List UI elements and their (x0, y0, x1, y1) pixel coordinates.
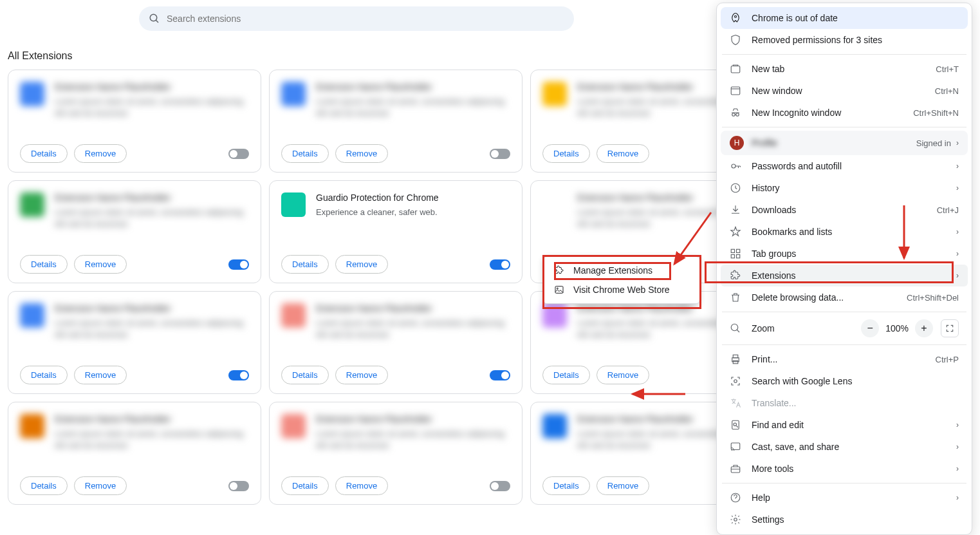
document-search-icon (730, 419, 741, 431)
remove-button[interactable]: Remove (335, 366, 388, 384)
menu-passwords[interactable]: Passwords and autofill › (721, 155, 968, 177)
menu-profile[interactable]: H Profile Signed in › (721, 131, 968, 155)
details-button[interactable]: Details (20, 255, 68, 274)
svg-point-17 (731, 324, 738, 331)
details-button[interactable]: Details (281, 476, 329, 495)
menu-lens[interactable]: Search with Google Lens (721, 370, 968, 392)
manage-extensions-item[interactable]: Manage Extensions (544, 261, 699, 280)
remove-button[interactable]: Remove (74, 144, 127, 163)
remove-button[interactable]: Remove (596, 366, 649, 384)
remove-button[interactable]: Remove (335, 255, 388, 274)
remove-button[interactable]: Remove (74, 476, 127, 495)
chevron-right-icon: › (956, 138, 959, 147)
chevron-right-icon: › (956, 420, 959, 429)
details-button[interactable]: Details (20, 144, 68, 163)
image-icon (554, 285, 564, 295)
enable-toggle[interactable] (490, 149, 510, 159)
menu-print[interactable]: Print... Ctrl+P (721, 348, 968, 370)
visit-web-store-item[interactable]: Visit Chrome Web Store (544, 280, 699, 299)
extension-title: Extension Name Placeholder (55, 303, 249, 314)
enable-toggle[interactable] (228, 259, 249, 270)
menu-delete-data[interactable]: Delete browsing data... Ctrl+Shift+Del (721, 286, 968, 308)
enable-toggle[interactable] (228, 149, 249, 159)
remove-button[interactable]: Remove (596, 476, 649, 495)
svg-point-24 (734, 423, 737, 426)
menu-label: Translate... (752, 398, 959, 408)
menu-new-window[interactable]: New window Ctrl+N (721, 80, 968, 102)
menu-shortcut: Ctrl+N (935, 86, 959, 96)
details-button[interactable]: Details (542, 144, 590, 163)
extension-title: Guardio Protection for Chrome (316, 192, 510, 203)
zoom-value: 100% (885, 323, 909, 333)
remove-button[interactable]: Remove (335, 476, 388, 495)
details-button[interactable]: Details (542, 366, 590, 384)
details-button[interactable]: Details (281, 366, 329, 384)
extension-description: Lorem ipsum dolor sit amet, consectetur … (55, 317, 249, 340)
remove-button[interactable]: Remove (74, 366, 127, 384)
remove-button[interactable]: Remove (596, 144, 649, 163)
menu-removed-permissions[interactable]: Removed permissions for 3 sites (721, 29, 968, 51)
zoom-label: Zoom (752, 323, 861, 333)
extension-description: Lorem ipsum dolor sit amet, consectetur … (55, 207, 249, 229)
menu-label: Bookmarks and lists (752, 227, 951, 237)
details-button[interactable]: Details (281, 255, 329, 274)
menu-bookmarks[interactable]: Bookmarks and lists › (721, 221, 968, 243)
menu-label: Help (752, 493, 951, 503)
search-input[interactable] (167, 14, 564, 24)
menu-label: Delete browsing data... (752, 292, 907, 303)
svg-rect-23 (732, 420, 739, 429)
enable-toggle[interactable] (228, 370, 249, 380)
menu-translate: Translate... (721, 392, 968, 414)
menu-extensions[interactable]: Extensions › (721, 265, 968, 286)
fullscreen-button[interactable] (941, 319, 959, 337)
menu-settings[interactable]: Settings (721, 509, 968, 530)
remove-button[interactable]: Remove (335, 144, 388, 163)
svg-rect-6 (731, 87, 740, 95)
menu-chrome-update[interactable]: Chrome is out of date (721, 7, 968, 29)
svg-rect-16 (737, 255, 740, 258)
extension-card: Extension Name PlaceholderLorem ipsum do… (8, 70, 261, 173)
enable-toggle[interactable] (490, 370, 510, 380)
details-button[interactable]: Details (281, 144, 329, 163)
extension-icon (281, 82, 306, 106)
menu-cast[interactable]: Cast, save, and share › (721, 436, 968, 458)
menu-more-tools[interactable]: More tools › (721, 458, 968, 480)
details-button[interactable]: Details (20, 366, 68, 384)
zoom-out-button[interactable]: − (861, 319, 879, 337)
extension-icon (281, 303, 306, 328)
tab-icon (730, 63, 741, 75)
translate-icon (730, 397, 741, 409)
details-button[interactable]: Details (542, 476, 590, 495)
extension-title: Extension Name Placeholder (55, 414, 249, 424)
search-bar[interactable] (139, 6, 574, 31)
menu-tab-groups[interactable]: Tab groups › (721, 243, 968, 265)
remove-button[interactable]: Remove (74, 255, 127, 274)
menu-new-tab[interactable]: New tab Ctrl+T (721, 58, 968, 80)
extension-icon (542, 192, 567, 217)
extension-title: Extension Name Placeholder (316, 303, 510, 314)
menu-label: Settings (752, 514, 959, 525)
chevron-right-icon: › (956, 249, 959, 258)
fullscreen-icon (945, 324, 954, 333)
menu-shortcut: Ctrl+J (937, 205, 959, 215)
enable-toggle[interactable] (228, 481, 249, 491)
star-icon (730, 226, 741, 238)
menu-downloads[interactable]: Downloads Ctrl+J (721, 199, 968, 221)
menu-history[interactable]: History › (721, 177, 968, 199)
chevron-right-icon: › (956, 227, 959, 236)
zoom-in-button[interactable]: + (915, 319, 933, 337)
trash-icon (730, 292, 741, 303)
svg-rect-20 (733, 355, 738, 358)
menu-find[interactable]: Find and edit › (721, 414, 968, 436)
menu-shortcut: Ctrl+Shift+Del (907, 293, 959, 303)
svg-point-9 (736, 113, 739, 117)
enable-toggle[interactable] (490, 259, 510, 270)
svg-point-8 (732, 113, 735, 117)
menu-incognito[interactable]: New Incognito window Ctrl+Shift+N (721, 102, 968, 124)
details-button[interactable]: Details (20, 476, 68, 495)
enable-toggle[interactable] (490, 481, 510, 491)
rocket-icon (730, 12, 741, 24)
menu-help[interactable]: Help › (721, 487, 968, 509)
menu-label: New window (752, 86, 935, 96)
chevron-right-icon: › (956, 442, 959, 451)
